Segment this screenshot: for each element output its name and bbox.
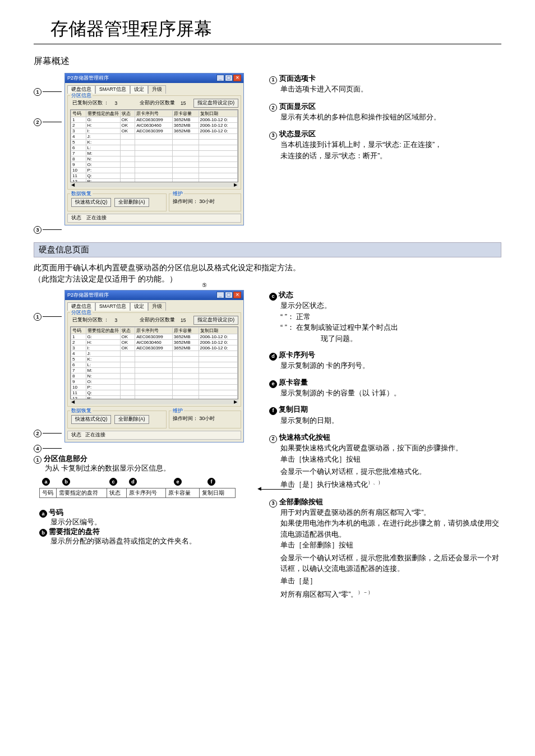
item-full-h: 全部删除按钮 <box>279 497 323 506</box>
full-delete-button[interactable]: 全部删除(A) <box>114 198 149 207</box>
full-step1: 单击［全部删除］按钮 <box>280 540 501 551</box>
r1-h3: 状态显示区 <box>279 130 316 138</box>
table-row[interactable]: 4J: <box>71 134 238 140</box>
count-label-2: 已复制分区数 ： <box>72 317 109 324</box>
table-row[interactable]: 6L: <box>71 145 238 151</box>
strip-status: 状态 <box>109 490 121 496</box>
desc-f-h: 复制日期 <box>279 405 308 413</box>
desc-c-b: 显示分区状态。 <box>280 301 501 311</box>
minimize-icon-2[interactable]: _ <box>216 292 224 298</box>
tab-smart[interactable]: SMART信息 <box>95 85 130 94</box>
hd-para2: （此指定方法设定是仅适用于 的功能。） <box>34 274 501 284</box>
partition-table-2[interactable]: 号码 需要指定的盘符 状态 原卡序列号 原卡容量 复制日期 1G:OKAEC06… <box>71 327 238 399</box>
maximize-icon-2[interactable]: ▢ <box>225 292 233 298</box>
full-step4: 对所有扇区都写入“零”。 <box>280 591 358 598</box>
quick-format-button-2[interactable]: 快速格式化(Q) <box>71 415 111 424</box>
full-step3: 单击［是］ <box>280 576 501 587</box>
callout-3: 3 <box>34 226 41 234</box>
item-q-b: 如果要快速格式化内置硬盘驱动器，按下面的步骤操作。 <box>280 443 501 454</box>
callout2-2: 2 <box>34 430 41 437</box>
item-full-b1: 用于对内置硬盘驱动器的所有扇区都写入“零”。 <box>280 508 501 518</box>
status-value-2: 正在连接 <box>85 432 105 437</box>
strip-f: f <box>207 478 215 486</box>
table-row[interactable]: 11Q: <box>71 173 238 179</box>
quick-format-button[interactable]: 快速格式化(Q) <box>71 198 111 207</box>
title-rule <box>34 44 501 44</box>
desc-b-b: 显示所分配的驱动器盘符或指定的文件夹名。 <box>50 537 258 546</box>
maint-label-2: 操作时间： <box>173 416 198 421</box>
column-strip: a号码 b需要指定的盘符 c状态 d原卡序列号 e原卡容量 f复制日期 <box>39 488 236 498</box>
count-label: 已复制分区数 ： <box>72 100 109 107</box>
drive-format-button-2[interactable]: 指定盘符设定(D) <box>193 316 238 325</box>
table-row[interactable]: 10P: <box>71 385 238 390</box>
drive-format-button[interactable]: 指定盘符设定(D) <box>193 99 238 108</box>
strip-e: e <box>174 478 182 486</box>
maximize-icon[interactable]: ▢ <box>225 75 233 81</box>
col-no-2: 号码 <box>71 328 86 334</box>
status-label: 状态 <box>71 215 81 220</box>
col-date-2: 复制日期 <box>199 328 237 334</box>
table-row[interactable]: 6L: <box>71 362 238 368</box>
scroll-left-icon-2[interactable]: ◀ <box>71 399 75 404</box>
table-row[interactable]: 10P: <box>71 168 238 173</box>
table-row[interactable]: 5K: <box>71 357 238 362</box>
table-row[interactable]: 7M: <box>71 151 238 156</box>
desc-a-b: 显示分区编号。 <box>50 518 258 527</box>
partition-table[interactable]: 号码 需要指定的盘符 状态 原卡序列号 原卡容量 复制日期 1G:OKAEC06… <box>71 110 238 182</box>
r1-b3a: 当本机连接到计算机上时，显示“状态: 正在连接”， <box>280 140 501 150</box>
tab-settings-2[interactable]: 设定 <box>130 302 148 311</box>
col-serial: 原卡序列号 <box>135 110 173 117</box>
minimize-icon[interactable]: _ <box>216 75 224 81</box>
group-maint-label-2: 维护 <box>172 408 184 414</box>
total-label: 全部的分区数量 <box>140 100 175 107</box>
table-row[interactable]: 3I:OKAEC06303993652MB2006-10-12 0: <box>71 345 238 351</box>
table-row[interactable]: 5K: <box>71 140 238 145</box>
q-sup: ）、） <box>368 480 383 485</box>
section-hd-info: 硬盘信息页面 <box>34 242 501 257</box>
item-q-h: 快速格式化按钮 <box>279 433 330 441</box>
scroll-left-icon[interactable]: ◀ <box>71 182 75 187</box>
table-row[interactable]: 11Q: <box>71 390 238 396</box>
desc-e-marker: e <box>269 380 277 388</box>
table-row[interactable]: 2H:OKAIC06304603652MB2006-10-12 0: <box>71 123 238 128</box>
close-icon-2[interactable]: ✕ <box>233 292 241 298</box>
scroll-right-icon-2[interactable]: ▶ <box>234 399 237 404</box>
tab-upgrade[interactable]: 升级 <box>148 85 166 94</box>
tab-smart-2[interactable]: SMART信息 <box>95 302 130 311</box>
tabs: 硬盘信息 SMART信息 设定 升级 <box>67 85 241 94</box>
status-value: 正在连接 <box>86 215 107 220</box>
table-row[interactable]: 1G:OKAEC06303993652MB2006-10-12 0: <box>71 334 238 340</box>
table-row[interactable]: 9O: <box>71 379 238 385</box>
tab-upgrade-2[interactable]: 升级 <box>148 302 166 311</box>
desc-e-b: 显示复制源的 卡的容量（以 计算）。 <box>280 388 501 399</box>
table-row[interactable]: 8N: <box>71 156 238 162</box>
table-row[interactable]: 2H:OKAIC06304603652MB2006-10-12 0: <box>71 340 238 345</box>
table-row[interactable]: 8N: <box>71 374 238 379</box>
table-row[interactable]: 7M: <box>71 368 238 374</box>
close-icon[interactable]: ✕ <box>233 75 241 81</box>
group-partition-label-2: 分区信息 <box>70 310 93 316</box>
full-sup: ）－） <box>358 589 373 595</box>
desc-c-err1: “ ”： 在复制或验证过程中某个时点出 <box>280 322 501 333</box>
title-bar: P2存储器管理程序 _ ▢ ✕ <box>65 73 243 83</box>
desc-c-err2: 现了问题。 <box>321 334 501 344</box>
desc-c-ok: “ ”： 正常 <box>280 312 501 322</box>
col-serial-2: 原卡序列号 <box>135 328 173 334</box>
strip-date: 复制日期 <box>202 490 224 496</box>
table-row[interactable]: 9O: <box>71 162 238 168</box>
table-row[interactable]: 4J: <box>71 351 238 357</box>
page-title: 存储器管理程序屏幕 <box>50 17 501 44</box>
app-window: P2存储器管理程序 _ ▢ ✕ 硬盘信息 SMART信息 设定 升级 <box>64 73 244 225</box>
arrow-icon <box>261 489 292 490</box>
strip-capacity: 原卡容量 <box>168 490 191 496</box>
scroll-right-icon[interactable]: ▶ <box>234 182 237 187</box>
tab-settings[interactable]: 设定 <box>130 85 148 94</box>
strip-serial: 原卡序列号 <box>129 490 157 496</box>
col-drive: 需要指定的盘符 <box>86 110 120 117</box>
table-row[interactable]: 3I:OKAEC06303993652MB2006-10-12 0: <box>71 128 238 134</box>
full-delete-button-2[interactable]: 全部删除(A) <box>114 415 149 424</box>
desc-a-h: 号码 <box>49 509 63 517</box>
table-row[interactable]: 1G:OKAEC06303993652MB2006-10-12 0: <box>71 117 238 123</box>
r1-h2: 页面显示区 <box>279 102 316 110</box>
callout-2: 2 <box>34 118 41 126</box>
